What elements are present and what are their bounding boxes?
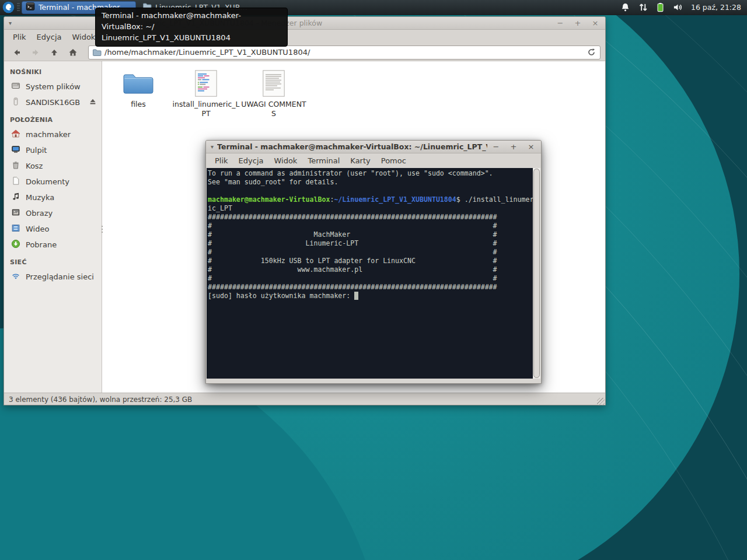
file-item-files[interactable]: files — [104, 69, 172, 109]
sidebar-item-kosz[interactable]: Kosz — [4, 158, 102, 174]
script-file-icon — [195, 69, 217, 97]
resize-grip[interactable] — [597, 398, 605, 405]
close-button[interactable]: × — [526, 142, 536, 152]
path-input[interactable] — [104, 48, 582, 57]
sidebar-section-po-o-enia: POŁOŻENIA — [4, 116, 102, 127]
up-button[interactable] — [46, 46, 62, 60]
sidebar-item-label: Obrazy — [26, 209, 53, 218]
music-note-icon — [11, 192, 20, 201]
text-file-icon — [263, 69, 285, 97]
sidebar-item-pulpit[interactable]: Pulpit — [4, 142, 102, 158]
image-icon — [11, 208, 20, 217]
menu-item-plik[interactable]: Plik — [8, 31, 32, 43]
network-arrows-icon[interactable] — [638, 2, 648, 12]
minimize-button[interactable]: − — [491, 142, 501, 152]
home-button[interactable] — [65, 46, 81, 60]
tooltip-line2: Linuemric_LPT_V1_XUBUNTU1804 — [102, 32, 281, 43]
terminal-line: See "man sudo_root" for details. — [208, 178, 533, 187]
reload-button[interactable] — [585, 47, 598, 58]
terminal-line: # # — [208, 274, 533, 283]
minimize-button[interactable]: − — [555, 19, 566, 28]
terminal-text: # # — [208, 222, 497, 230]
image-icon — [11, 208, 20, 219]
terminal-text: ~/Linuemric_LPT_V1_XUBUNTU1804 — [334, 195, 456, 204]
sidebar-item-wideo[interactable]: Wideo — [4, 221, 102, 237]
close-button[interactable]: × — [590, 19, 601, 28]
sidebar-item-sandisk16gb[interactable]: SANDISK16GB — [4, 94, 102, 110]
volume-icon[interactable] — [672, 2, 683, 12]
folder-file-icon — [123, 69, 154, 97]
sidebar-item-label: Wideo — [26, 225, 49, 233]
menu-item-karty[interactable]: Karty — [345, 155, 375, 167]
terminal-text: ########################################… — [208, 283, 497, 291]
terminal-titlebar[interactable]: ▾ Terminal - machmaker@machmaker-Virtual… — [206, 141, 541, 153]
forward-button[interactable] — [27, 46, 44, 60]
folder-icon — [92, 48, 102, 57]
terminal-line: # # — [208, 222, 533, 230]
sidebar-item-muzyka[interactable]: Muzyka — [4, 190, 102, 205]
file-item-install-linumeric-lpt[interactable]: install_linumeric_LPT — [172, 69, 240, 118]
sidebar-item-system-plik-w[interactable]: System plików — [4, 79, 102, 94]
terminal-text: # 150kHz USB to LPT adapter for LinuxCNC… — [208, 257, 497, 265]
terminal-text: # Linumeric-LPT # — [208, 239, 497, 247]
window-menu-icon[interactable]: ▾ — [9, 20, 12, 26]
terminal-text: $ ./install_linumer — [456, 195, 533, 204]
sidebar-item-label: Dokumenty — [26, 177, 69, 186]
fm-titlebar[interactable]: ▾ Linuemric_LPT_V1_XUBUNTU1804 - Menedże… — [4, 17, 605, 30]
bell-icon[interactable] — [620, 2, 630, 12]
pane-divider-grip[interactable] — [100, 226, 104, 233]
maximize-button[interactable]: + — [573, 19, 583, 28]
menu-item-widok[interactable]: Widok — [268, 155, 302, 167]
menu-item-pomoc[interactable]: Pomoc — [376, 155, 411, 167]
window-menu-icon[interactable]: ▾ — [211, 144, 214, 150]
sidebar-item-dokumenty[interactable]: Dokumenty — [4, 174, 102, 190]
clock[interactable]: 16 paź, 21:28 — [691, 3, 741, 12]
terminal-scrollbar[interactable] — [533, 168, 540, 379]
terminal-text: machmaker@machmaker-VirtualBox — [208, 195, 330, 204]
menu-item-terminal[interactable]: Terminal — [302, 155, 345, 167]
sidebar-item-label: System plików — [26, 82, 81, 91]
path-bar — [88, 46, 601, 60]
back-button[interactable] — [9, 46, 25, 60]
sidebar-section-sie: SIEĆ — [4, 258, 102, 269]
system-tray: 16 paź, 21:28 — [620, 2, 747, 12]
applications-menu-button[interactable] — [1, 1, 15, 15]
sidebar-item-przegl-danie-sieci[interactable]: Przeglądanie sieci — [4, 269, 102, 285]
menu-item-edycja[interactable]: Edycja — [233, 155, 269, 167]
eject-icon — [89, 97, 97, 106]
home-icon — [11, 129, 20, 138]
terminal-window: ▾ Terminal - machmaker@machmaker-Virtual… — [205, 140, 542, 384]
sidebar-item-obrazy[interactable]: Obrazy — [4, 205, 102, 221]
video-icon — [11, 223, 20, 233]
menu-item-plik[interactable]: Plik — [210, 155, 233, 167]
hard-drive-icon — [11, 81, 20, 90]
terminal-text: To run a command as administrator (user … — [208, 169, 493, 177]
taskbar-tooltip: Terminal - machmaker@machmaker-VirtualBo… — [95, 8, 288, 47]
sidebar-item-machmaker[interactable]: machmaker — [4, 127, 102, 142]
terminal-line — [208, 187, 533, 195]
download-icon — [11, 239, 20, 250]
terminal-text: # www.machmaker.pl # — [208, 265, 497, 274]
up-icon — [49, 47, 60, 58]
terminal-text: ########################################… — [208, 213, 497, 221]
maximize-button[interactable]: + — [508, 142, 519, 152]
desktop-icon — [11, 145, 20, 156]
sidebar-item-label: machmaker — [26, 130, 71, 139]
terminal-screen[interactable]: To run a command as administrator (user … — [207, 168, 533, 379]
terminal-line: # MachMaker # — [208, 230, 533, 239]
sidebar-item-label: Kosz — [26, 162, 43, 170]
terminal-line: # Linumeric-LPT # — [208, 239, 533, 248]
battery-icon[interactable] — [656, 2, 665, 12]
fm-menubar: PlikEdycjaWidokPrzejdźPomoc — [4, 30, 605, 44]
terminal-line: # # — [208, 248, 533, 257]
back-icon — [12, 47, 22, 58]
sidebar-item-pobrane[interactable]: Pobrane — [4, 237, 102, 253]
xubuntu-logo-icon — [2, 1, 15, 13]
menu-item-edycja[interactable]: Edycja — [32, 31, 67, 43]
home-icon — [68, 47, 78, 58]
file-item-uwagi-comments[interactable]: UWAGI COMMENTS — [240, 69, 308, 118]
scrollbar-thumb[interactable] — [533, 169, 540, 378]
file-label: UWAGI COMMENTS — [240, 100, 308, 118]
usb-stick-icon — [11, 97, 20, 106]
eject-button[interactable] — [89, 97, 97, 107]
